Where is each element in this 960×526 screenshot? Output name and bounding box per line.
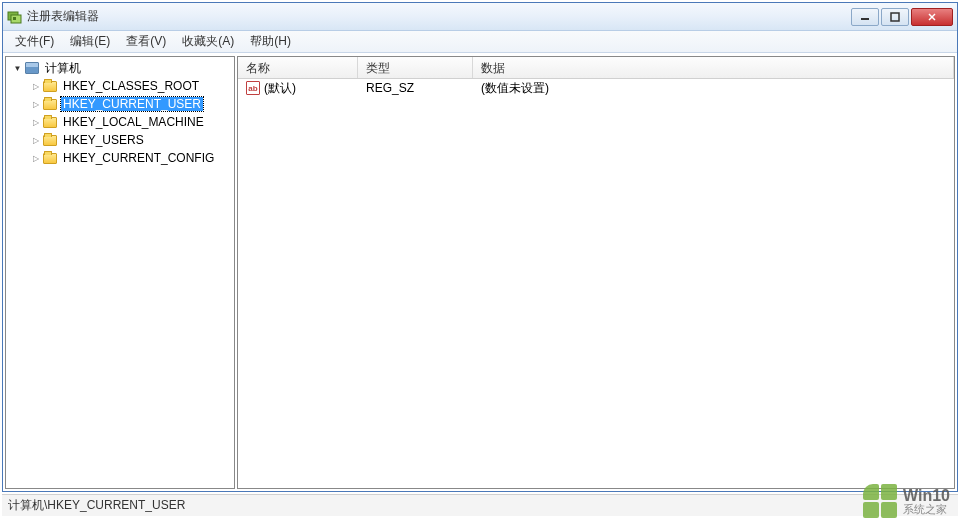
minimize-button[interactable]	[851, 8, 879, 26]
tree-hive-hklm[interactable]: HKEY_LOCAL_MACHINE	[6, 113, 234, 131]
menu-view[interactable]: 查看(V)	[118, 31, 174, 52]
svg-rect-4	[891, 13, 899, 21]
string-value-icon: ab	[246, 81, 260, 95]
column-header-name[interactable]: 名称	[238, 57, 358, 78]
menu-favorites[interactable]: 收藏夹(A)	[174, 31, 242, 52]
value-name-label: (默认)	[264, 80, 296, 97]
watermark-text: Win10 系统之家	[903, 488, 950, 515]
tree-root-computer[interactable]: 计算机	[6, 59, 234, 77]
registry-editor-window: 注册表编辑器 文件(F) 编辑(E) 查看(V) 收藏夹(A) 帮助(H) 计算…	[2, 2, 958, 492]
folder-icon	[43, 117, 57, 128]
titlebar[interactable]: 注册表编辑器	[3, 3, 957, 31]
watermark-bottom: 系统之家	[903, 504, 950, 515]
folder-icon	[43, 153, 57, 164]
expand-icon[interactable]	[30, 81, 41, 92]
window-title: 注册表编辑器	[27, 8, 851, 25]
list-body[interactable]: ab (默认) REG_SZ (数值未设置)	[238, 79, 954, 488]
menu-edit[interactable]: 编辑(E)	[62, 31, 118, 52]
tree-node-label: HKEY_CURRENT_USER	[61, 97, 203, 111]
svg-rect-2	[13, 17, 16, 20]
tree-hive-hkcu[interactable]: HKEY_CURRENT_USER	[6, 95, 234, 113]
value-list-panel: 名称 类型 数据 ab (默认) REG_SZ (数值未设置)	[237, 56, 955, 489]
cell-type: REG_SZ	[358, 80, 473, 96]
folder-icon	[43, 81, 57, 92]
column-header-data[interactable]: 数据	[473, 57, 954, 78]
expand-icon[interactable]	[30, 99, 41, 110]
tree-node-label: HKEY_LOCAL_MACHINE	[61, 115, 206, 129]
cell-name: ab (默认)	[238, 79, 358, 98]
cell-data: (数值未设置)	[473, 79, 954, 98]
statusbar-path: 计算机\HKEY_CURRENT_USER	[8, 497, 185, 514]
menu-file[interactable]: 文件(F)	[7, 31, 62, 52]
expand-icon[interactable]	[30, 135, 41, 146]
tree-node-label: HKEY_USERS	[61, 133, 146, 147]
expand-icon[interactable]	[12, 63, 23, 74]
list-row[interactable]: ab (默认) REG_SZ (数值未设置)	[238, 79, 954, 97]
computer-icon	[25, 62, 39, 74]
statusbar: 计算机\HKEY_CURRENT_USER	[2, 494, 958, 516]
watermark-logo-icon	[863, 484, 897, 518]
tree-node-label: HKEY_CLASSES_ROOT	[61, 79, 201, 93]
expand-icon[interactable]	[30, 117, 41, 128]
tree-hive-hkcr[interactable]: HKEY_CLASSES_ROOT	[6, 77, 234, 95]
folder-icon	[43, 135, 57, 146]
watermark: Win10 系统之家	[863, 484, 950, 518]
app-icon	[7, 9, 23, 25]
tree-panel[interactable]: 计算机 HKEY_CLASSES_ROOT HKEY_CURRENT_USER …	[5, 56, 235, 489]
folder-icon	[43, 99, 57, 110]
menu-help[interactable]: 帮助(H)	[242, 31, 299, 52]
column-header-type[interactable]: 类型	[358, 57, 473, 78]
tree-node-label: HKEY_CURRENT_CONFIG	[61, 151, 216, 165]
window-controls	[851, 8, 953, 26]
maximize-button[interactable]	[881, 8, 909, 26]
content-area: 计算机 HKEY_CLASSES_ROOT HKEY_CURRENT_USER …	[3, 53, 957, 491]
close-button[interactable]	[911, 8, 953, 26]
menubar: 文件(F) 编辑(E) 查看(V) 收藏夹(A) 帮助(H)	[3, 31, 957, 53]
tree-hive-hkcc[interactable]: HKEY_CURRENT_CONFIG	[6, 149, 234, 167]
expand-icon[interactable]	[30, 153, 41, 164]
watermark-top: Win10	[903, 488, 950, 504]
list-header: 名称 类型 数据	[238, 57, 954, 79]
tree-node-label: 计算机	[43, 60, 83, 77]
tree-hive-hku[interactable]: HKEY_USERS	[6, 131, 234, 149]
